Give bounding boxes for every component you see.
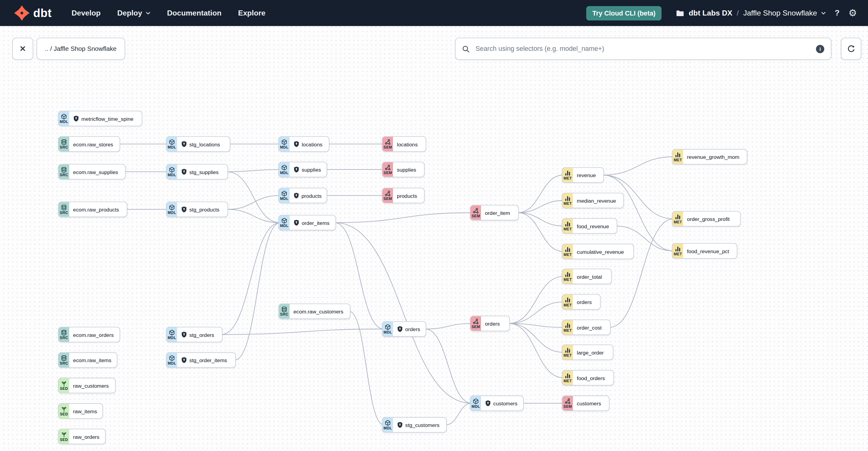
- info-icon[interactable]: i: [816, 45, 824, 53]
- node-met_food_orders[interactable]: METfood_orders: [562, 370, 614, 386]
- node-label: order_cost: [577, 324, 602, 330]
- node-met_orders[interactable]: METorders: [562, 294, 600, 310]
- nav-item-explore[interactable]: Explore: [238, 9, 266, 17]
- cube-icon: MDL: [470, 396, 481, 410]
- node-mdl_stg_orders[interactable]: MDLstg_orders: [166, 327, 223, 342]
- node-met_revenue_growth_mom[interactable]: METrevenue_growth_mom: [672, 149, 748, 164]
- close-button[interactable]: ✕: [12, 38, 33, 60]
- node-label: metricflow_time_spine: [82, 116, 133, 122]
- node-label: stg_supplies: [189, 169, 218, 175]
- folder-icon: [676, 10, 684, 17]
- project-selector[interactable]: dbt Labs DX / Jaffle Shop Snowflake: [676, 9, 826, 17]
- node-sem_orders[interactable]: SEMorders: [470, 315, 510, 331]
- seed-icon: SED: [59, 404, 69, 418]
- dbt-logo[interactable]: dbt: [14, 5, 52, 20]
- node-label: customers: [493, 400, 518, 406]
- node-label: raw_customers: [73, 383, 108, 389]
- nav-item-deploy[interactable]: Deploy: [117, 9, 150, 17]
- node-mdl_supplies[interactable]: MDLsupplies: [279, 161, 327, 177]
- node-label: customers: [577, 400, 601, 406]
- node-label: stg_order_items: [189, 357, 227, 363]
- node-met_order_gross_profit[interactable]: METorder_gross_profit: [672, 211, 741, 227]
- node-sem_locations[interactable]: SEMlocations: [382, 136, 426, 152]
- node-met_median_revenue[interactable]: METmedian_revenue: [562, 192, 624, 208]
- node-src_raw_products[interactable]: SRCecom.raw_products: [58, 202, 127, 217]
- cube-icon: MDL: [167, 137, 177, 151]
- database-icon: SRC: [59, 137, 69, 151]
- cube-icon: MDL: [279, 188, 289, 203]
- node-label: ecom.raw_orders: [73, 331, 114, 337]
- node-met_large_order[interactable]: METlarge_order: [562, 344, 613, 360]
- node-src_raw_stores[interactable]: SRCecom.raw_stores: [58, 136, 120, 152]
- node-mdl_order_items[interactable]: MDLorder_items: [279, 215, 336, 230]
- node-mdl_locations[interactable]: MDLlocations: [279, 136, 330, 152]
- node-mdl_stg_order_items[interactable]: MDLstg_order_items: [166, 352, 236, 368]
- node-sed_raw_orders[interactable]: SEDraw_orders: [58, 429, 106, 444]
- node-sed_raw_items[interactable]: SEDraw_items: [58, 403, 103, 419]
- semantic-graph-icon: SEM: [382, 188, 393, 203]
- nav-item-documentation[interactable]: Documentation: [167, 9, 221, 17]
- node-mdl_stg_supplies[interactable]: MDLstg_supplies: [166, 164, 228, 180]
- node-met_revenue[interactable]: METrevenue: [562, 168, 604, 183]
- node-src_raw_orders[interactable]: SRCecom.raw_orders: [58, 327, 120, 342]
- node-sem_products[interactable]: SEMproducts: [382, 188, 425, 203]
- seed-icon: SED: [59, 429, 69, 444]
- bar-chart-icon: MET: [562, 219, 573, 233]
- shield-icon: [181, 331, 187, 338]
- lineage-canvas[interactable]: [0, 26, 868, 451]
- node-sem_order_item[interactable]: SEMorder_item: [470, 205, 519, 220]
- database-icon: SRC: [59, 353, 69, 367]
- node-label: orders: [485, 321, 500, 327]
- shield-icon: [293, 192, 299, 199]
- node-src_raw_supplies[interactable]: SRCecom.raw_supplies: [58, 164, 126, 180]
- cube-icon: MDL: [279, 215, 289, 230]
- chevron-down-icon: [821, 11, 826, 14]
- node-sem_customers[interactable]: SEMcustomers: [562, 396, 610, 411]
- node-label: large_order: [577, 349, 604, 356]
- search-input[interactable]: [474, 44, 811, 53]
- node-met_order_cost[interactable]: METorder_cost: [562, 320, 611, 335]
- node-sem_supplies[interactable]: SEMsupplies: [382, 161, 425, 177]
- refresh-button[interactable]: [841, 38, 861, 60]
- cube-icon: MDL: [167, 353, 177, 367]
- node-label: order_total: [577, 273, 602, 279]
- node-met_food_revenue[interactable]: METfood_revenue: [562, 218, 617, 234]
- node-label: raw_orders: [73, 433, 99, 440]
- node-met_food_revenue_pct[interactable]: METfood_revenue_pct: [672, 243, 738, 259]
- node-met_order_total[interactable]: METorder_total: [562, 269, 612, 284]
- node-label: orders: [577, 299, 592, 305]
- nav-item-develop[interactable]: Develop: [71, 9, 101, 17]
- shield-icon: [485, 400, 491, 407]
- top-right-group: Try Cloud CLI (beta) dbt Labs DX / Jaffl…: [586, 6, 857, 20]
- cube-icon: MDL: [279, 162, 289, 177]
- refresh-icon: [847, 45, 855, 53]
- node-sed_raw_customers[interactable]: SEDraw_customers: [58, 378, 116, 393]
- node-mdl_products[interactable]: MDLproducts: [279, 188, 327, 203]
- node-met_cumulative_revenue[interactable]: METcumulative_revenue: [562, 244, 634, 259]
- node-label: ecom.raw_customers: [293, 308, 343, 314]
- shield-icon: [293, 219, 300, 226]
- node-mdl_stg_customers[interactable]: MDLstg_customers: [382, 417, 447, 433]
- node-label: ecom.raw_stores: [73, 141, 113, 147]
- gear-icon[interactable]: ⚙: [848, 8, 857, 18]
- try-cloud-cli-button[interactable]: Try Cloud CLI (beta): [586, 6, 662, 20]
- semantic-graph-icon: SEM: [562, 396, 573, 410]
- database-icon: SRC: [279, 304, 289, 318]
- node-mdl_metricflow_time_spine[interactable]: MDLmetricflow_time_spine: [58, 111, 142, 126]
- node-mdl_customers[interactable]: MDLcustomers: [470, 396, 524, 411]
- help-icon[interactable]: ?: [835, 9, 840, 17]
- semantic-graph-icon: SEM: [382, 137, 393, 151]
- node-mdl_stg_products[interactable]: MDLstg_products: [166, 202, 228, 217]
- bar-chart-icon: MET: [562, 244, 573, 259]
- node-src_raw_customers[interactable]: SRCecom.raw_customers: [279, 303, 351, 319]
- node-src_raw_items[interactable]: SRCecom.raw_items: [58, 352, 117, 368]
- dbt-cloud-app: dbt Develop Deploy Documentation Explore…: [0, 0, 868, 451]
- node-mdl_stg_locations[interactable]: MDLstg_locations: [166, 136, 230, 152]
- database-icon: SRC: [59, 327, 69, 342]
- node-mdl_orders[interactable]: MDLorders: [382, 321, 426, 337]
- node-label: revenue: [577, 172, 596, 178]
- node-label: stg_locations: [189, 141, 220, 147]
- node-label: order_items: [302, 220, 330, 226]
- breadcrumb[interactable]: .. / Jaffle Shop Snowflake: [36, 38, 125, 60]
- cube-icon: MDL: [167, 202, 177, 216]
